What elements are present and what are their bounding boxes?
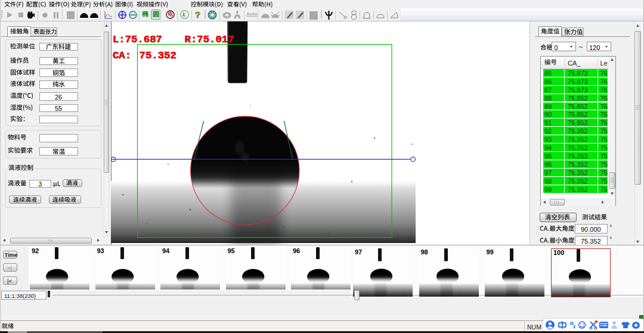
svg-text:?: ?: [195, 10, 200, 20]
svg-text:k: k: [182, 11, 186, 18]
